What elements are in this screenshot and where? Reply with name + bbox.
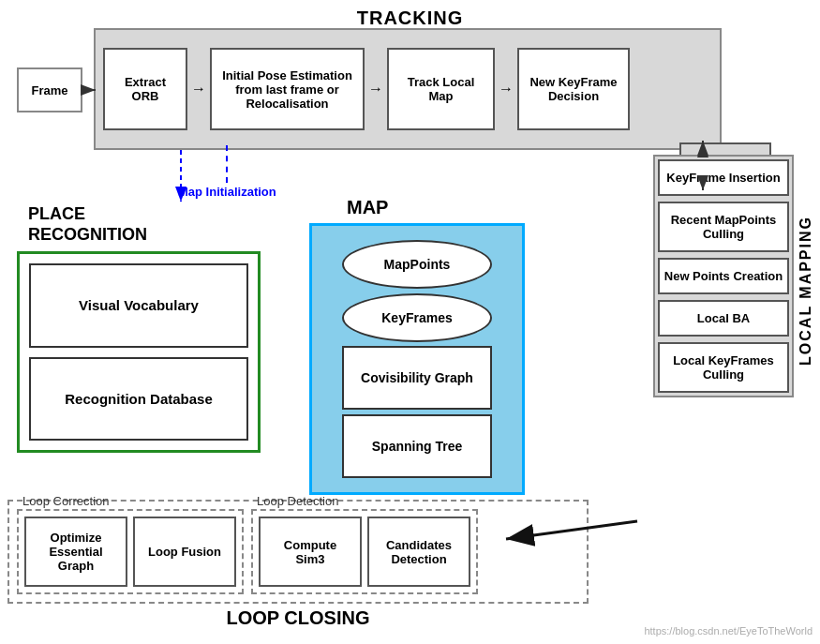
arrow-1: → [191, 81, 206, 97]
covisibility-graph-rect: Covisibility Graph [342, 346, 492, 410]
local-mapping-box: KeyFrame Insertion Recent MapPoints Cull… [653, 155, 794, 397]
new-points-creation: New Points Creation [658, 258, 789, 294]
new-keyframe-box: New KeyFrame Decision [517, 48, 630, 130]
loop-closing-label: LOOP CLOSING [7, 607, 589, 629]
keyframe-insertion: KeyFrame Insertion [658, 159, 789, 196]
map-init-label: Map Initialization [178, 185, 276, 199]
recent-mappoints-culling: Recent MapPoints Culling [658, 202, 789, 252]
initial-pose-box: Initial Pose Estimation from last frame … [210, 48, 365, 130]
tracking-box: Extract ORB → Initial Pose Estimation fr… [94, 28, 722, 150]
map-label: MAP [347, 197, 388, 218]
local-keyframes-culling: Local KeyFrames Culling [658, 342, 789, 393]
frame-box: Frame [17, 67, 82, 112]
loop-detection-label: Loop Detection [257, 494, 338, 508]
place-recognition-label: PLACE RECOGNITION [28, 204, 147, 245]
keyframes-oval: KeyFrames [342, 293, 492, 342]
loop-closing-section: Loop Correction Optimize Essential Graph… [7, 477, 589, 629]
watermark: https://blog.csdn.net/EyeToTheWorld [644, 625, 813, 637]
arrow-3: → [499, 81, 514, 97]
spanning-tree-rect: Spanning Tree [342, 414, 492, 478]
local-mapping-label: LOCAL MAPPING [798, 216, 814, 366]
local-ba: Local BA [658, 300, 789, 337]
loop-outer: Loop Correction Optimize Essential Graph… [7, 500, 589, 604]
map-init-line [226, 145, 228, 183]
extract-orb-box: Extract ORB [103, 48, 187, 130]
mappoints-oval: MapPoints [342, 240, 492, 289]
tracking-label: TRACKING [357, 7, 464, 29]
loop-fusion-box: Loop Fusion [133, 517, 236, 587]
compute-sim3-box: Compute Sim3 [259, 517, 362, 587]
loop-correction-area: Loop Correction Optimize Essential Graph… [17, 509, 244, 594]
loop-correction-label: Loop Correction [22, 494, 110, 508]
track-local-box: Track Local Map [387, 48, 495, 130]
map-init-arrow: Map Initialization [178, 145, 276, 199]
map-outer: MapPoints KeyFrames Covisibility Graph S… [309, 223, 525, 495]
place-recognition-outer: Visual Vocabulary Recognition Database [17, 251, 261, 453]
loop-detection-area: Loop Detection Compute Sim3 Candidates D… [251, 509, 478, 594]
diagram-container: TRACKING Frame Extract ORB → Initial Pos… [0, 0, 820, 644]
visual-vocabulary-box: Visual Vocabulary [29, 263, 248, 348]
arrow-2: → [368, 81, 383, 97]
recognition-database-box: Recognition Database [29, 357, 248, 442]
candidates-detection-box: Candidates Detection [367, 517, 470, 587]
optimize-essential-graph-box: Optimize Essential Graph [24, 517, 127, 587]
